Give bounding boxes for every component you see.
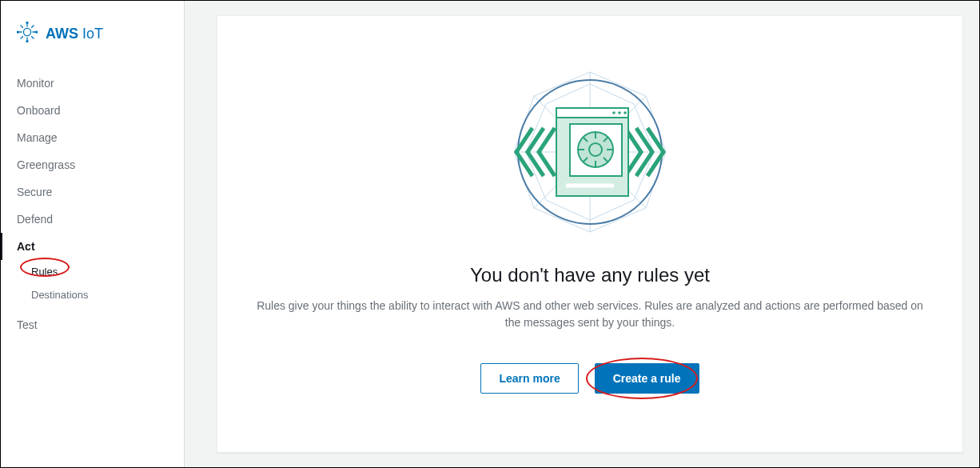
brand[interactable]: AWS IoT bbox=[1, 15, 184, 70]
sidebar-subitem-rules[interactable]: Rules bbox=[1, 260, 184, 283]
empty-state-actions: Learn more Create a rule bbox=[480, 363, 699, 394]
brand-text: AWS IoT bbox=[46, 26, 103, 42]
svg-point-3 bbox=[17, 31, 18, 33]
create-rule-button[interactable]: Create a rule bbox=[595, 363, 699, 394]
main-content: You don't have any rules yet Rules give … bbox=[217, 1, 979, 467]
svg-point-0 bbox=[23, 28, 30, 35]
svg-point-15 bbox=[618, 111, 621, 114]
aws-iot-icon bbox=[17, 22, 38, 46]
sidebar-item-greengrass[interactable]: Greengrass bbox=[1, 151, 184, 178]
empty-state-title: You don't have any rules yet bbox=[470, 264, 710, 286]
svg-point-2 bbox=[26, 41, 28, 42]
rules-illustration-icon bbox=[502, 64, 678, 240]
sidebar-item-test[interactable]: Test bbox=[1, 311, 184, 338]
sidebar-item-secure[interactable]: Secure bbox=[1, 178, 184, 206]
create-rule-button-label: Create a rule bbox=[613, 372, 681, 385]
sidebar-item-onboard[interactable]: Onboard bbox=[1, 97, 184, 124]
sidebar-item-defend[interactable]: Defend bbox=[1, 206, 184, 233]
sidebar-item-manage[interactable]: Manage bbox=[1, 124, 184, 151]
svg-rect-13 bbox=[556, 108, 628, 118]
sidebar-subitem-rules-label: Rules bbox=[31, 266, 58, 278]
svg-point-4 bbox=[36, 31, 38, 33]
svg-point-1 bbox=[26, 22, 28, 23]
sidebar-item-act[interactable]: Act bbox=[1, 233, 184, 260]
nav: Monitor Onboard Manage Greengrass Secure… bbox=[1, 70, 184, 338]
learn-more-button[interactable]: Learn more bbox=[480, 363, 578, 394]
sidebar-item-monitor[interactable]: Monitor bbox=[1, 70, 184, 97]
empty-state-description: Rules give your things the ability to in… bbox=[254, 298, 926, 331]
sidebar-subitem-destinations[interactable]: Destinations bbox=[1, 283, 184, 306]
empty-state-panel: You don't have any rules yet Rules give … bbox=[217, 15, 963, 453]
svg-point-16 bbox=[623, 111, 627, 114]
svg-point-14 bbox=[612, 111, 615, 114]
sidebar-gap bbox=[185, 1, 217, 467]
sidebar: AWS IoT Monitor Onboard Manage Greengras… bbox=[1, 1, 185, 467]
